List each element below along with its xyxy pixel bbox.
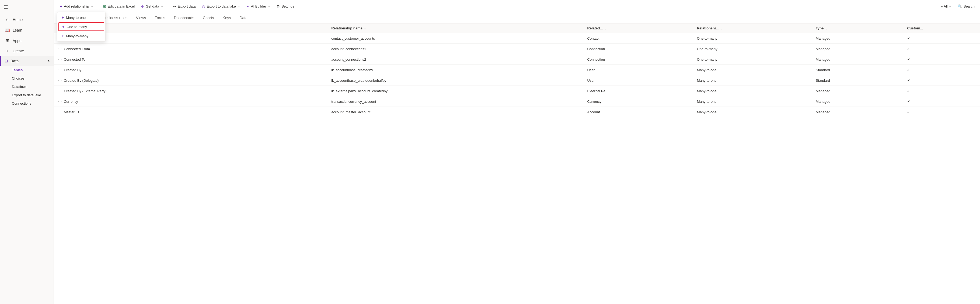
checkmark-6: ✓	[907, 99, 910, 104]
tab-charts[interactable]: Charts	[199, 13, 218, 23]
sidebar-sub-tables[interactable]: Tables	[0, 66, 54, 74]
cell-custom-3: ✓	[904, 65, 980, 75]
get-data-button[interactable]: ⊙ Get data ⌄	[138, 3, 166, 10]
plus-icon-many-to-one: +	[62, 15, 64, 20]
sidebar-home-label: Home	[13, 18, 22, 22]
dots-menu-6[interactable]: ···	[57, 98, 63, 104]
rel-name-header-label: Relationship name	[331, 26, 363, 30]
cell-custom-1: ✓	[904, 44, 980, 54]
related-filter-btn[interactable]: ⌄	[604, 27, 607, 30]
settings-button[interactable]: ⚙ Settings	[274, 3, 297, 10]
learn-icon: 📖	[5, 27, 10, 33]
choices-label: Choices	[12, 76, 24, 80]
cell-related-7: Account	[584, 107, 694, 117]
dots-menu-3[interactable]: ···	[57, 67, 63, 72]
checkmark-0: ✓	[907, 36, 910, 40]
cell-custom-4: ✓	[904, 75, 980, 86]
table-row: ··· Connected To account_connections2 Co…	[54, 54, 980, 65]
tab-dashboards[interactable]: Dashboards	[170, 13, 199, 23]
sidebar-item-apps[interactable]: ⊞ Apps	[0, 35, 54, 46]
sidebar-item-data[interactable]: ⊟ Data ∧	[0, 56, 54, 66]
cell-custom-7: ✓	[904, 107, 980, 117]
dots-menu-4[interactable]: ···	[57, 77, 63, 83]
sidebar-sub-choices[interactable]: Choices	[0, 74, 54, 83]
many-to-many-option[interactable]: + Many-to-many	[57, 32, 105, 40]
export-data-label: Export data	[178, 4, 196, 8]
checkmark-7: ✓	[907, 110, 910, 114]
sidebar-sub-connections[interactable]: Connections	[0, 99, 54, 108]
table-body: ··· Company Name contact_customer_accoun…	[54, 33, 980, 117]
cell-related-0: Contact	[584, 33, 694, 44]
cell-custom-2: ✓	[904, 54, 980, 65]
edit-excel-button[interactable]: ⊞ Edit data in Excel	[100, 3, 137, 10]
toolbar: + Many-to-one + One-to-many + Many-to-ma…	[54, 0, 980, 13]
cell-related-3: User	[584, 65, 694, 75]
add-relationship-button[interactable]: + Add relationship ⌄	[57, 2, 96, 11]
tab-forms-label: Forms	[154, 16, 165, 20]
table-row: ··· Created By (External Party) lk_exter…	[54, 86, 980, 96]
dots-menu-5[interactable]: ···	[57, 88, 63, 94]
get-data-label: Get data	[146, 4, 159, 8]
sidebar-sub-export[interactable]: Export to data lake	[0, 91, 54, 99]
sidebar-item-learn[interactable]: 📖 Learn	[0, 25, 54, 35]
apps-icon: ⊞	[5, 38, 10, 43]
export-lake-button[interactable]: ◎ Export to data lake ⌄	[199, 3, 242, 10]
type-filter-btn[interactable]: ⌄	[825, 27, 828, 30]
sidebar-item-home[interactable]: ⌂ Home	[0, 14, 54, 25]
cell-rel-type-4: Many-to-one	[694, 75, 813, 86]
sidebar-item-create[interactable]: + Create	[0, 46, 54, 56]
home-icon: ⌂	[5, 17, 10, 22]
table-header-row: Display name ↑ ⌄ Relationship name ⌄ Rel…	[54, 24, 980, 33]
tab-keys[interactable]: Keys	[218, 13, 235, 23]
cell-display-name-4: ··· Created By (Delegate)	[54, 75, 328, 86]
one-to-many-label: One-to-many	[67, 25, 87, 29]
filter-lines-icon: ≡	[940, 4, 943, 9]
checkmark-4: ✓	[907, 78, 910, 83]
search-button[interactable]: 🔍 Search	[956, 3, 977, 10]
cell-related-2: Connection	[584, 54, 694, 65]
cell-display-name-5: ··· Created By (External Party)	[54, 86, 328, 96]
cell-related-5: External Pa...	[584, 86, 694, 96]
filter-chevron: ⌄	[949, 5, 951, 8]
cell-type-4: Standard	[813, 75, 904, 86]
header-rel-type: Relationshi... ⌄	[694, 24, 813, 33]
export-data-button[interactable]: ↦ Export data	[170, 3, 199, 10]
ai-builder-label: AI Builder	[251, 4, 266, 8]
filter-button[interactable]: ≡ All ⌄	[938, 3, 953, 10]
table-row: ··· Created By lk_accountbase_createdby …	[54, 65, 980, 75]
tab-forms[interactable]: Forms	[150, 13, 170, 23]
cell-custom-5: ✓	[904, 86, 980, 96]
dots-menu-7[interactable]: ···	[57, 109, 63, 115]
hamburger-menu[interactable]: ☰	[0, 0, 54, 14]
toolbar-right: ≡ All ⌄ 🔍 Search	[938, 3, 977, 10]
dataflows-label: Dataflows	[12, 85, 27, 89]
one-to-many-option[interactable]: + One-to-many	[59, 22, 104, 31]
ai-builder-button[interactable]: ✦ AI Builder ⌄	[244, 3, 273, 10]
dots-menu-2[interactable]: ···	[57, 56, 63, 62]
cell-rel-type-1: One-to-many	[694, 44, 813, 54]
sidebar-sub-dataflows[interactable]: Dataflows	[0, 83, 54, 91]
cell-type-0: Managed	[813, 33, 904, 44]
sidebar-apps-label: Apps	[13, 38, 21, 43]
cell-related-1: Connection	[584, 44, 694, 54]
dots-menu-1[interactable]: ···	[57, 46, 63, 51]
cell-custom-0: ✓	[904, 33, 980, 44]
checkmark-1: ✓	[907, 46, 910, 51]
add-relationship-dropdown: + Many-to-one + One-to-many + Many-to-ma…	[57, 12, 105, 42]
tab-data[interactable]: Data	[235, 13, 252, 23]
relationships-table: Display name ↑ ⌄ Relationship name ⌄ Rel…	[54, 24, 980, 117]
table-row: ··· Connected From account_connections1 …	[54, 44, 980, 54]
tab-views[interactable]: Views	[132, 13, 150, 23]
rel-type-header-label: Relationshi...	[697, 26, 719, 30]
cell-related-4: User	[584, 75, 694, 86]
rel-type-filter-btn[interactable]: ⌄	[719, 27, 723, 30]
plus-icon-many-to-many: +	[62, 34, 64, 38]
many-to-one-option[interactable]: + Many-to-one	[57, 13, 105, 22]
add-icon: +	[60, 4, 62, 9]
settings-icon: ⚙	[277, 4, 280, 8]
rel-name-filter-btn[interactable]: ⌄	[363, 27, 367, 30]
sidebar-data-label: Data	[11, 59, 19, 63]
header-related: Related... ⌄	[584, 24, 694, 33]
cell-display-name-6: ··· Currency	[54, 96, 328, 107]
cell-type-1: Managed	[813, 44, 904, 54]
